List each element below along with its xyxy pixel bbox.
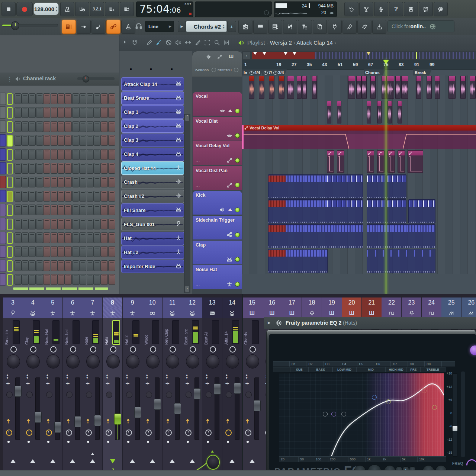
eq-band-c7[interactable]: C7: [390, 361, 408, 367]
automation-tab-icon[interactable]: [217, 54, 223, 60]
mixer-pan-knob[interactable]: [170, 346, 176, 353]
mixer-small-knob[interactable]: [126, 392, 132, 398]
step-button[interactable]: [43, 121, 50, 132]
step-button[interactable]: [94, 177, 101, 187]
step-button[interactable]: [94, 121, 101, 132]
step-button[interactable]: [43, 232, 50, 243]
mixer-channel-number[interactable]: 16: [262, 298, 282, 308]
channel-led[interactable]: [7, 93, 13, 105]
step-button[interactable]: [29, 246, 36, 257]
mixer-channel-number[interactable]: 3: [3, 298, 23, 308]
mixer-route-arrow[interactable]: [30, 459, 35, 463]
step-button[interactable]: [65, 274, 72, 285]
track-options[interactable]: ...: [196, 183, 200, 187]
step-button[interactable]: [22, 274, 29, 285]
step-button[interactable]: [72, 135, 79, 146]
step-button[interactable]: [101, 246, 108, 257]
step-button[interactable]: [101, 121, 108, 132]
delete-button[interactable]: [165, 39, 172, 47]
mixer-fader-handle[interactable]: [174, 403, 181, 414]
channel-led[interactable]: [7, 177, 13, 188]
mixer-separator-lamp-icon[interactable]: [66, 418, 71, 426]
audio-clip[interactable]: [367, 101, 371, 124]
automation-clip[interactable]: [367, 150, 374, 173]
pattern-loop-button[interactable]: [120, 2, 134, 16]
mixer-channel-icon-cell[interactable]: [23, 308, 43, 318]
headphones-icon[interactable]: [135, 22, 142, 30]
autolink-icon[interactable]: [226, 182, 232, 188]
mixer-small-knob[interactable]: [226, 392, 232, 398]
step-button[interactable]: [29, 232, 36, 243]
mixer-channel-number[interactable]: 14: [222, 298, 242, 308]
track-options[interactable]: ...: [196, 134, 200, 138]
mixer-channel-icon-cell[interactable]: [103, 308, 122, 318]
audio-clip[interactable]: [302, 76, 307, 99]
step-button[interactable]: [72, 246, 79, 257]
mixer-pan-knob[interactable]: [70, 346, 76, 353]
leftright-arrows-icon[interactable]: ◀▶: [26, 382, 30, 385]
marker-44[interactable]: 4/4: [248, 70, 263, 75]
step-button[interactable]: [22, 149, 29, 160]
pattern-add-button[interactable]: +: [227, 21, 236, 32]
step-button[interactable]: [22, 163, 29, 174]
scissors-button[interactable]: [359, 2, 373, 16]
step-button[interactable]: [94, 163, 101, 174]
mixer-route-arrow[interactable]: [229, 459, 235, 463]
mixer-strip-14[interactable]: 14Atta..14▲▼◀▶: [222, 298, 242, 470]
updown-arrows-icon[interactable]: ▲▼: [205, 374, 208, 380]
channel-led[interactable]: [7, 205, 13, 216]
step-button[interactable]: [94, 232, 101, 243]
mixer-small-knob[interactable]: [146, 392, 152, 398]
eq-band-handle-6[interactable]: [422, 388, 427, 393]
mixer-view-button[interactable]: [283, 20, 297, 34]
channel-button[interactable]: [0, 93, 6, 105]
mixer-delay-clock-icon[interactable]: [145, 430, 152, 436]
audio-clip[interactable]: [470, 76, 476, 99]
track-options[interactable]: ...: [196, 158, 200, 163]
pattern-clip[interactable]: [387, 174, 406, 199]
step-button[interactable]: [22, 232, 29, 243]
paint-button[interactable]: [155, 39, 162, 47]
step-button[interactable]: [108, 260, 115, 271]
pattern-menu-button[interactable]: ▶: [178, 21, 186, 32]
audio-clip[interactable]: [427, 76, 432, 99]
mixer-channel-number[interactable]: 20: [342, 298, 361, 308]
step-button[interactable]: [72, 149, 79, 160]
mixer-delay-clock-icon[interactable]: [6, 430, 12, 436]
playlist-overview-bar[interactable]: ‹: [242, 51, 476, 60]
step-button[interactable]: [15, 191, 22, 202]
step-button[interactable]: [51, 107, 58, 118]
mixer-small-knob[interactable]: [26, 392, 33, 398]
mixer-small-knob[interactable]: [186, 392, 192, 398]
channel-button[interactable]: [0, 260, 6, 272]
mixer-channel-icon-cell[interactable]: [43, 308, 62, 318]
step-button[interactable]: [72, 274, 79, 285]
track-led[interactable]: [235, 282, 240, 287]
step-button[interactable]: [51, 232, 58, 243]
step-button[interactable]: [58, 219, 65, 229]
step-button[interactable]: [87, 93, 94, 104]
mixer-fader-track[interactable]: [35, 377, 40, 440]
step-button[interactable]: [72, 177, 79, 187]
automation-clip[interactable]: [398, 150, 405, 173]
mixer-separator-lamp-icon[interactable]: [26, 418, 31, 426]
mixer-channel-number[interactable]: 10: [142, 298, 162, 308]
channel-led[interactable]: [7, 260, 13, 272]
mixer-channel-number[interactable]: 13: [202, 298, 222, 308]
mixer-channel-icon-cell[interactable]: Ш: [242, 308, 262, 318]
step-button[interactable]: [22, 191, 29, 202]
updown-arrows-icon[interactable]: ▲▼: [225, 374, 228, 380]
mixer-strip-8[interactable]: 8Hats▲▼◀▶: [103, 298, 122, 470]
mixer-fader-track[interactable]: [95, 377, 100, 440]
step-button[interactable]: [58, 93, 65, 104]
mixer-fader-track[interactable]: [55, 377, 60, 440]
mixer-stereo-knob[interactable]: [106, 354, 120, 369]
leftright-arrows-icon[interactable]: ◀▶: [185, 382, 189, 385]
remote-button[interactable]: [342, 20, 357, 34]
piano-roll-view-button[interactable]: [253, 20, 267, 34]
pattern-spinner[interactable]: ▲▼: [222, 24, 225, 29]
plunger-button[interactable]: [121, 20, 135, 34]
mixer-delay-clock-icon[interactable]: [185, 430, 192, 436]
step-button[interactable]: [65, 191, 72, 202]
channel-rack-titlebar[interactable]: ⋮ Channel rack: [0, 73, 119, 86]
